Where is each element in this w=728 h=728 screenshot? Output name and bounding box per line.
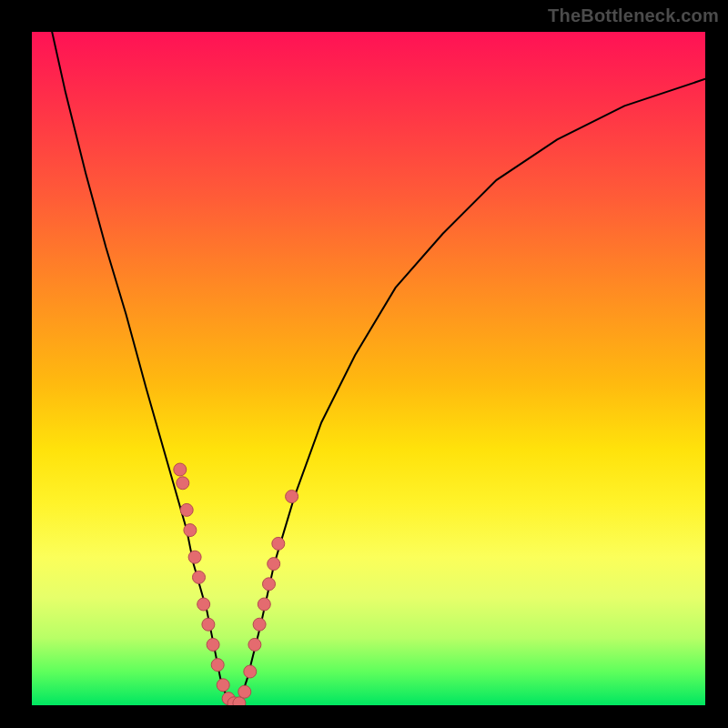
sample-point	[263, 578, 276, 591]
plot-svg	[32, 32, 705, 705]
sample-point	[244, 665, 257, 678]
sample-point	[258, 598, 270, 611]
sample-point	[188, 551, 201, 563]
sample-point	[286, 490, 298, 503]
plot-area	[32, 32, 705, 705]
sample-point	[272, 537, 285, 550]
sample-point	[207, 638, 219, 651]
sample-point	[177, 477, 189, 490]
watermark-text: TheBottleneck.com	[548, 5, 719, 26]
sample-point	[180, 503, 193, 516]
chart-frame: TheBottleneck.com	[0, 0, 728, 728]
sample-point	[217, 679, 229, 692]
sample-point	[238, 685, 251, 698]
bead-group	[174, 463, 298, 705]
sample-point	[202, 618, 215, 631]
sample-point	[211, 659, 224, 672]
sample-point	[268, 558, 280, 571]
bottleneck-curve	[52, 32, 705, 705]
sample-point	[174, 463, 187, 476]
sample-point	[193, 571, 206, 583]
sample-point	[197, 598, 210, 611]
sample-point	[184, 524, 197, 537]
sample-point	[248, 638, 261, 651]
sample-point	[253, 618, 266, 631]
